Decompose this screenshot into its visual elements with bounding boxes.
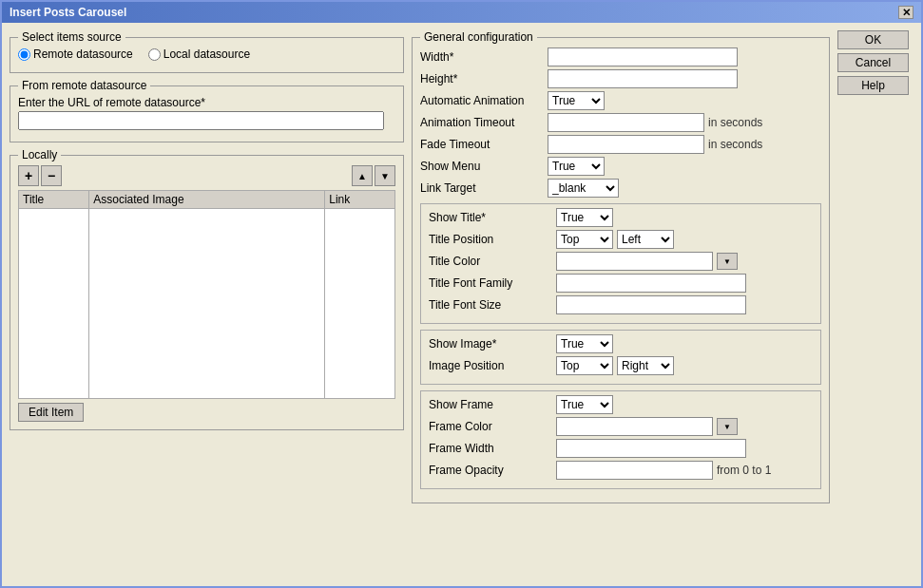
general-config-fieldset: General configuration Width* Height* Aut… xyxy=(412,30,830,503)
col-link: Link xyxy=(325,191,395,209)
image-position-select1[interactable]: Top Bottom xyxy=(556,356,613,375)
remote-datasource-label: Remote datasource xyxy=(18,47,133,61)
height-row: Height* xyxy=(420,69,821,88)
frame-color-row: Frame Color ▼ xyxy=(429,417,813,436)
remove-button[interactable]: − xyxy=(41,165,62,186)
help-button[interactable]: Help xyxy=(837,76,909,95)
url-label-row: Enter the URL of remote datasource* xyxy=(18,96,395,130)
frame-opacity-input[interactable] xyxy=(556,461,713,480)
up-button[interactable]: ▲ xyxy=(352,165,373,186)
title-position-label: Title Position xyxy=(429,233,552,246)
fade-timeout-suffix: in seconds xyxy=(708,138,762,151)
height-label: Height* xyxy=(420,72,544,85)
action-buttons: OK Cancel Help xyxy=(837,30,913,579)
title-color-picker[interactable]: ▼ xyxy=(717,253,738,270)
title-font-family-label: Title Font Family xyxy=(429,276,552,290)
frame-color-input[interactable] xyxy=(556,417,713,436)
locally-legend: Locally xyxy=(18,148,61,161)
frame-opacity-row: Frame Opacity from 0 to 1 xyxy=(429,461,813,480)
remote-datasource-fieldset: From remote datasource Enter the URL of … xyxy=(10,79,404,142)
title-position-row: Title Position Top Bottom Left Center Ri… xyxy=(429,230,813,249)
show-menu-row: Show Menu True False xyxy=(420,157,821,176)
show-frame-select[interactable]: True False xyxy=(556,395,613,414)
image-position-select2[interactable]: Right Center Left xyxy=(617,356,674,375)
col-image: Associated Image xyxy=(89,191,325,209)
nav-group: ▲ ▼ xyxy=(352,165,395,186)
fade-timeout-input[interactable] xyxy=(548,135,704,154)
dialog-window: Insert Posts Carousel ✕ Select items sou… xyxy=(0,0,923,588)
show-title-row: Show Title* True False xyxy=(429,208,813,227)
frame-width-label: Frame Width xyxy=(429,442,552,455)
select-source-fieldset: Select items source Remote datasource Lo… xyxy=(10,30,404,73)
title-font-size-input[interactable] xyxy=(556,295,746,314)
items-table: Title Associated Image Link xyxy=(18,190,395,399)
height-input[interactable] xyxy=(548,69,738,88)
animation-timeout-input[interactable] xyxy=(548,113,704,132)
show-frame-row: Show Frame True False xyxy=(429,395,813,414)
show-title-label: Show Title* xyxy=(429,211,552,224)
auto-animation-label: Automatic Animation xyxy=(420,94,544,107)
animation-timeout-row: Animation Timeout in seconds xyxy=(420,113,821,132)
image-position-label: Image Position xyxy=(429,359,552,372)
remote-datasource-legend: From remote datasource xyxy=(18,79,150,92)
col-title: Title xyxy=(19,191,89,209)
title-font-size-row: Title Font Size xyxy=(429,295,813,314)
show-image-select[interactable]: True False xyxy=(556,334,613,353)
edit-item-button[interactable]: Edit Item xyxy=(18,403,84,422)
title-section: Show Title* True False Title Position To… xyxy=(420,203,821,324)
title-position-select2[interactable]: Left Center Right xyxy=(617,230,674,249)
dialog-title: Insert Posts Carousel xyxy=(10,6,126,19)
fade-timeout-row: Fade Timeout in seconds xyxy=(420,135,821,154)
link-target-row: Link Target _blank _self _parent _top xyxy=(420,179,821,198)
url-input[interactable] xyxy=(18,111,384,130)
remote-datasource-radio[interactable] xyxy=(18,48,30,61)
cancel-button[interactable]: Cancel xyxy=(837,53,909,72)
width-input[interactable] xyxy=(548,47,738,66)
animation-timeout-label: Animation Timeout xyxy=(420,116,544,129)
frame-width-row: Frame Width xyxy=(429,439,813,458)
image-section: Show Image* True False Image Position To… xyxy=(420,330,821,385)
width-row: Width* xyxy=(420,47,821,66)
table-row xyxy=(19,209,395,399)
frame-color-picker[interactable]: ▼ xyxy=(717,418,738,435)
url-label: Enter the URL of remote datasource* xyxy=(18,96,395,109)
width-label: Width* xyxy=(420,50,544,64)
locally-fieldset: Locally + − ▲ ▼ Title Associated Image L… xyxy=(10,148,404,430)
fade-timeout-label: Fade Timeout xyxy=(420,138,544,151)
general-config-legend: General configuration xyxy=(420,30,537,44)
left-panel: Select items source Remote datasource Lo… xyxy=(10,30,404,579)
frame-width-input[interactable] xyxy=(556,439,746,458)
down-button[interactable]: ▼ xyxy=(375,165,395,186)
frame-section: Show Frame True False Frame Color ▼ xyxy=(420,390,821,489)
show-frame-label: Show Frame xyxy=(429,398,552,411)
title-position-select1[interactable]: Top Bottom xyxy=(556,230,613,249)
title-color-input[interactable] xyxy=(556,252,713,271)
show-menu-select[interactable]: True False xyxy=(548,157,605,176)
title-bar: Insert Posts Carousel ✕ xyxy=(2,2,921,23)
close-button[interactable]: ✕ xyxy=(898,6,913,19)
datasource-radio-group: Remote datasource Local datasource xyxy=(18,47,395,61)
title-color-label: Title Color xyxy=(429,255,552,268)
title-font-size-label: Title Font Size xyxy=(429,298,552,312)
frame-opacity-suffix: from 0 to 1 xyxy=(717,464,771,477)
link-target-label: Link Target xyxy=(420,181,544,195)
frame-color-label: Frame Color xyxy=(429,420,552,433)
link-target-select[interactable]: _blank _self _parent _top xyxy=(548,179,619,198)
title-font-family-row: Title Font Family xyxy=(429,274,813,293)
auto-animation-row: Automatic Animation True False xyxy=(420,91,821,110)
auto-animation-select[interactable]: True False xyxy=(548,91,605,110)
local-datasource-radio[interactable] xyxy=(148,48,161,61)
frame-opacity-label: Frame Opacity xyxy=(429,464,552,477)
title-color-row: Title Color ▼ xyxy=(429,252,813,271)
ok-button[interactable]: OK xyxy=(837,30,909,49)
show-title-select[interactable]: True False xyxy=(556,208,613,227)
show-image-row: Show Image* True False xyxy=(429,334,813,353)
add-button[interactable]: + xyxy=(18,165,39,186)
show-menu-label: Show Menu xyxy=(420,160,544,173)
local-datasource-label: Local datasource xyxy=(148,47,250,61)
show-image-label: Show Image* xyxy=(429,337,552,351)
title-font-family-input[interactable] xyxy=(556,274,746,293)
image-position-row: Image Position Top Bottom Right Center L… xyxy=(429,356,813,375)
toolbar-row: + − ▲ ▼ xyxy=(18,165,395,186)
right-panel: General configuration Width* Height* Aut… xyxy=(412,30,830,579)
